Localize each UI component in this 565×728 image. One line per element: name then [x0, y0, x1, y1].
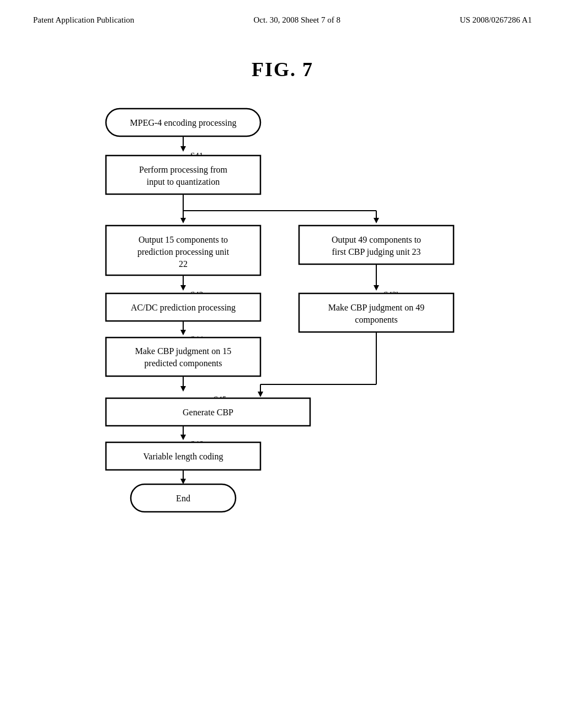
start-node-text: MPEG-4 encoding processing	[130, 118, 237, 128]
svg-rect-3	[106, 156, 260, 194]
header-center: Oct. 30, 2008 Sheet 7 of 8	[253, 15, 340, 25]
s43a-node-text: AC/DC prediction processing	[131, 303, 236, 313]
svg-marker-35	[180, 435, 186, 440]
svg-marker-19	[374, 285, 379, 291]
s45-node-text: Generate CBP	[183, 408, 233, 417]
end-node-text: End	[176, 494, 190, 503]
svg-marker-8	[180, 218, 186, 223]
svg-marker-31	[258, 392, 263, 397]
header-left: Patent Application Publication	[33, 15, 134, 25]
svg-text:input to quantization: input to quantization	[147, 177, 220, 187]
svg-marker-32	[180, 386, 186, 392]
s44-node-text: Make CBP judgment on 15	[135, 346, 232, 356]
svg-text:22: 22	[179, 259, 188, 269]
svg-text:components: components	[355, 315, 397, 325]
figure-title: FIG. 7	[0, 58, 565, 81]
svg-text:prediction processing unit: prediction processing unit	[137, 247, 230, 257]
svg-marker-2	[180, 146, 186, 152]
svg-marker-24	[180, 330, 186, 335]
s46-node-text: Variable length coding	[143, 452, 223, 462]
svg-rect-14	[299, 226, 454, 264]
s42a-node-text: Output 15 components to	[138, 235, 228, 245]
svg-marker-17	[180, 285, 186, 291]
svg-text:predicted components: predicted components	[145, 358, 222, 368]
s43b-node-text: Make CBP judgment on 49	[328, 303, 425, 313]
s42b-node-text: Output 49 components to	[332, 235, 421, 245]
s41-node-text: Perform processing from	[139, 165, 228, 175]
page-header: Patent Application Publication Oct. 30, …	[0, 0, 565, 25]
svg-marker-10	[374, 218, 379, 223]
svg-rect-25	[106, 338, 260, 376]
header-right: US 2008/0267286 A1	[460, 15, 532, 25]
svg-rect-21	[299, 293, 454, 332]
svg-marker-38	[180, 479, 186, 484]
flowchart-svg: MPEG-4 encoding processing S41 Perform p…	[45, 103, 520, 682]
svg-text:first CBP judging unit 23: first CBP judging unit 23	[332, 247, 420, 257]
flowchart: MPEG-4 encoding processing S41 Perform p…	[45, 103, 520, 682]
